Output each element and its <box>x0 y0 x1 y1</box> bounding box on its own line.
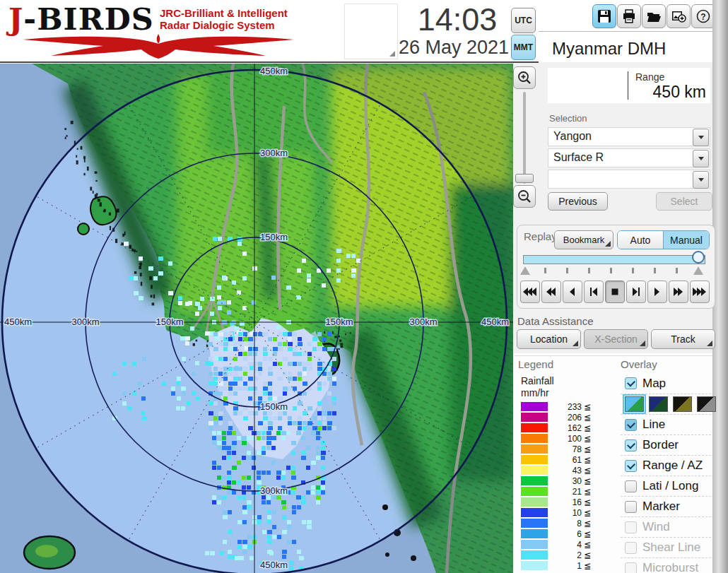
site-dropdown-value: Yangon <box>553 130 592 143</box>
legend-row: 16 ≦ <box>521 497 591 507</box>
fast-forward-2-button[interactable] <box>669 280 688 303</box>
site-name: Myanmar DMH <box>548 39 666 59</box>
checkbox-border[interactable] <box>625 439 637 451</box>
replay-slider-handle[interactable] <box>692 251 705 264</box>
legend-row: 8 ≦ <box>521 518 591 528</box>
svg-text:150km: 150km <box>155 317 183 327</box>
option-dropdown[interactable] <box>548 170 710 189</box>
print-button[interactable] <box>617 4 641 28</box>
option-dropdown-button[interactable] <box>693 171 709 189</box>
product-dropdown-button[interactable] <box>693 150 709 167</box>
legend-row: 30 ≦ <box>521 475 591 486</box>
checkbox-wind[interactable] <box>625 521 637 533</box>
map-style-terrain-olive[interactable] <box>673 396 692 412</box>
legend-value: 78 <box>552 444 582 454</box>
menu-corner-icon <box>707 341 712 346</box>
overlay-item-map[interactable]: Map <box>621 373 711 394</box>
overlay-item-microburst[interactable]: Microburst <box>621 557 711 573</box>
overlay-item-wind[interactable]: Wind <box>621 516 711 537</box>
legend-unit-label: Rainfall mm/hr <box>521 375 554 399</box>
utc-button[interactable]: UTC <box>511 8 536 33</box>
leq-symbol: ≦ <box>584 540 591 550</box>
fast-rewind-3-button[interactable] <box>520 280 540 303</box>
overlay-item-shear-line[interactable]: Shear Line <box>621 537 711 557</box>
legend-row: 233 ≦ <box>521 401 591 412</box>
mmt-button[interactable]: MMT <box>511 35 536 60</box>
help-button[interactable]: ? <box>691 4 715 28</box>
overlay-item-border[interactable]: Border <box>621 435 711 455</box>
checkbox-map[interactable] <box>625 377 637 389</box>
range-label: Range <box>635 71 664 83</box>
legend-color-swatch <box>521 540 548 549</box>
save-button[interactable] <box>592 4 616 28</box>
legend-color-swatch <box>521 434 548 443</box>
track-button[interactable]: Track <box>651 329 715 349</box>
rewind-2-button[interactable] <box>541 280 561 303</box>
fast-forward-3-button[interactable] <box>690 280 710 303</box>
checkbox-range-az[interactable] <box>625 460 637 472</box>
legend-row: 4 ≦ <box>521 539 591 550</box>
menu-corner-icon <box>605 241 611 247</box>
zoom-slider-track[interactable] <box>523 92 526 184</box>
stop-button[interactable] <box>605 280 625 303</box>
overlay-item-lati-long[interactable]: Lati / Long <box>621 475 711 496</box>
map-style-terrain-day[interactable] <box>625 396 644 412</box>
legend-color-swatch <box>521 529 548 538</box>
checkbox-line[interactable] <box>625 419 637 431</box>
legend-color-swatch <box>521 508 548 517</box>
chevron-down-icon <box>698 157 704 160</box>
site-name-box: Myanmar DMH <box>548 35 710 62</box>
step-back-button[interactable] <box>584 280 604 303</box>
play-icon <box>650 288 664 296</box>
zoom-in-button[interactable] <box>513 66 536 89</box>
svg-text:?: ? <box>700 12 705 22</box>
site-dropdown-button[interactable] <box>693 129 709 146</box>
svg-text:450km: 450km <box>481 317 509 327</box>
step-forward-button[interactable] <box>626 280 646 303</box>
checkbox-microburst[interactable] <box>625 562 637 573</box>
checkbox-lati-long[interactable] <box>625 480 637 492</box>
slider-tick <box>588 268 590 273</box>
leq-symbol: ≦ <box>584 497 591 507</box>
play-reverse-icon <box>565 288 580 296</box>
bookmark-button[interactable]: Bookmark <box>554 230 613 249</box>
legend-value: 30 <box>552 476 582 486</box>
fast-forward-3-icon <box>693 288 707 296</box>
map-style-swatches <box>621 394 711 414</box>
product-dropdown[interactable]: Surface R <box>548 148 710 167</box>
legend-row: 206 ≦ <box>521 412 591 423</box>
previous-button[interactable]: Previous <box>548 192 608 211</box>
zoom-out-button[interactable] <box>513 185 536 208</box>
replay-slider-track[interactable] <box>523 255 705 264</box>
slider-tick <box>566 268 568 273</box>
overlay-item-marker[interactable]: Marker <box>621 496 711 516</box>
svg-text:150km: 150km <box>260 401 288 412</box>
play-reverse-button[interactable] <box>563 280 582 303</box>
auto-mode-button[interactable]: Auto <box>618 231 664 249</box>
open-folder-button[interactable] <box>642 4 666 28</box>
legend-value: 162 <box>552 423 582 433</box>
add-image-button[interactable] <box>667 4 691 28</box>
leq-symbol: ≦ <box>584 508 591 518</box>
manual-mode-button[interactable]: Manual <box>664 231 709 249</box>
overlay-item-line[interactable]: Line <box>621 414 711 435</box>
radar-map[interactable]: 450km300km150km150km300km450km450km300km… <box>0 64 513 573</box>
map-style-terrain-gray[interactable] <box>697 396 716 412</box>
checkbox-shear-line[interactable] <box>625 542 637 554</box>
legend-value: 16 <box>552 497 582 507</box>
checkbox-marker[interactable] <box>625 501 637 513</box>
logo-subtitle: JRC-Brilliant & Intelligent Radar Dialog… <box>160 7 301 31</box>
open-folder-icon <box>646 8 662 24</box>
overlay-item-range-az[interactable]: Range / AZ <box>621 455 711 475</box>
select-button[interactable]: Select <box>656 192 712 211</box>
site-dropdown[interactable]: Yangon <box>548 127 710 146</box>
zoom-slider-handle[interactable] <box>515 174 534 183</box>
legend-title: Legend <box>518 358 553 370</box>
slider-tick <box>676 268 678 273</box>
map-style-terrain-dark[interactable] <box>649 396 668 412</box>
eagle-logo-icon <box>20 33 297 59</box>
x-section-button[interactable]: X-Section <box>584 329 648 349</box>
location-button[interactable]: Location <box>517 329 581 349</box>
play-button[interactable] <box>647 280 667 303</box>
legend-row: 2 ≦ <box>521 550 591 560</box>
